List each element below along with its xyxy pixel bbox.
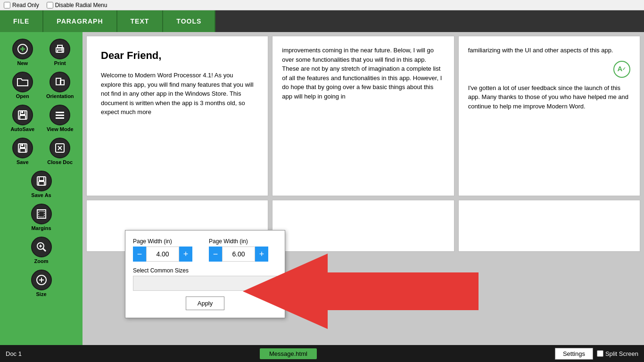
viewmode-icon bbox=[50, 105, 70, 125]
stepper2-input[interactable] bbox=[222, 247, 255, 262]
sidebar-item-new[interactable]: New bbox=[8, 39, 37, 66]
disable-radial-checkbox-label[interactable]: Disable Radial Menu bbox=[47, 2, 107, 8]
save-icon bbox=[12, 138, 33, 158]
sidebar-item-print[interactable]: Print bbox=[46, 39, 74, 66]
sidebar-row-2: Open Orientation bbox=[0, 70, 83, 101]
svg-rect-12 bbox=[21, 111, 23, 113]
sidebar-item-size[interactable]: Size bbox=[27, 270, 56, 297]
sidebar-item-orientation[interactable]: Orientation bbox=[46, 72, 74, 99]
print-label: Print bbox=[54, 60, 66, 66]
sidebar-item-zoom[interactable]: Zoom bbox=[27, 237, 56, 264]
field1-label: Page Width (in) bbox=[133, 238, 201, 245]
svg-rect-25 bbox=[39, 181, 44, 185]
zoom-label: Zoom bbox=[34, 258, 49, 264]
settings-button[interactable]: Settings bbox=[555, 348, 593, 360]
sidebar: New Print bbox=[0, 32, 83, 345]
stepper1-minus[interactable]: − bbox=[133, 247, 146, 262]
svg-point-6 bbox=[62, 49, 63, 50]
popup-field-2: Page Width (in) − + bbox=[209, 238, 277, 262]
sidebar-item-open[interactable]: Open bbox=[8, 72, 37, 99]
autosave-label: AutoSave bbox=[10, 126, 34, 132]
doc-name: Doc 1 bbox=[6, 350, 22, 357]
popup-field-1: Page Width (in) − + bbox=[133, 238, 201, 262]
sidebar-row-8: Size bbox=[0, 268, 83, 299]
menu-text[interactable]: TEXT bbox=[117, 10, 164, 32]
stepper-1: − + bbox=[133, 247, 201, 262]
sidebar-row-3: AutoSave View Mode bbox=[0, 103, 83, 134]
svg-rect-19 bbox=[21, 144, 23, 146]
svg-rect-27 bbox=[39, 211, 44, 217]
popup-panel: Page Width (in) − + Page Width (in) − + bbox=[125, 230, 285, 318]
svg-rect-15 bbox=[56, 117, 64, 119]
split-screen-checkbox[interactable] bbox=[597, 350, 603, 357]
disable-radial-label: Disable Radial Menu bbox=[55, 2, 107, 8]
split-screen-text: Split Screen bbox=[605, 350, 638, 357]
sidebar-row-4: Save Close Doc bbox=[0, 136, 83, 167]
split-screen-label[interactable]: Split Screen bbox=[597, 350, 638, 357]
apply-button[interactable]: Apply bbox=[186, 296, 225, 310]
doc-grid: Dear Friend, Welcome to Modern Word Proc… bbox=[83, 32, 644, 255]
stepper1-plus[interactable]: + bbox=[179, 247, 192, 262]
sidebar-row-7: Zoom bbox=[0, 235, 83, 266]
stepper2-plus[interactable]: + bbox=[255, 247, 268, 262]
doc-body-1[interactable]: Welcome to Modern Word Processor 4.1! As… bbox=[101, 71, 254, 117]
svg-line-29 bbox=[43, 248, 46, 251]
margins-label: Margins bbox=[31, 225, 51, 231]
spellcheck-icon: A✓ bbox=[468, 61, 630, 78]
sidebar-item-viewmode[interactable]: View Mode bbox=[46, 105, 74, 132]
common-sizes-select[interactable] bbox=[133, 276, 277, 291]
closedoc-icon bbox=[50, 138, 70, 158]
svg-rect-4 bbox=[58, 45, 62, 48]
main-layout: New Print bbox=[0, 32, 644, 345]
margins-icon bbox=[31, 204, 52, 224]
menu-file[interactable]: FILE bbox=[0, 10, 43, 32]
content-area: Dear Friend, Welcome to Modern Word Proc… bbox=[83, 32, 644, 345]
doc-page-1: Dear Friend, Welcome to Modern Word Proc… bbox=[86, 36, 268, 196]
svg-rect-5 bbox=[58, 50, 62, 52]
doc-page-2: improvements coming in the near future. … bbox=[272, 36, 454, 196]
doc-body-3b[interactable]: I've gotten a lot of user feedback since… bbox=[468, 83, 630, 111]
file-name[interactable]: Message.html bbox=[260, 348, 317, 359]
sidebar-item-autosave[interactable]: AutoSave bbox=[8, 105, 37, 132]
svg-rect-14 bbox=[56, 115, 64, 116]
readonly-label: Read Only bbox=[12, 2, 39, 8]
stepper1-input[interactable] bbox=[146, 247, 179, 262]
closedoc-label: Close Doc bbox=[47, 159, 73, 165]
bottom-right: Settings Split Screen bbox=[555, 348, 638, 360]
select-label: Select Common Sizes bbox=[133, 267, 277, 274]
disable-radial-checkbox[interactable] bbox=[47, 2, 53, 8]
sidebar-item-closedoc[interactable]: Close Doc bbox=[46, 138, 74, 165]
open-icon bbox=[12, 72, 33, 92]
svg-rect-24 bbox=[39, 177, 44, 181]
svg-rect-13 bbox=[56, 112, 64, 113]
doc-body-3a[interactable]: familiarizing with the UI and other aspe… bbox=[468, 46, 630, 55]
sidebar-row-6: Margins bbox=[0, 202, 83, 233]
viewmode-label: View Mode bbox=[47, 126, 74, 132]
sidebar-item-save[interactable]: Save bbox=[8, 138, 37, 165]
topbar: Read Only Disable Radial Menu bbox=[0, 0, 644, 10]
menu-paragraph[interactable]: PARAGRAPH bbox=[43, 10, 117, 32]
doc-body-2[interactable]: improvements coming in the near future. … bbox=[282, 46, 444, 101]
sidebar-row-1: New Print bbox=[0, 37, 83, 68]
stepper-2: − + bbox=[209, 247, 277, 262]
stepper2-minus[interactable]: − bbox=[209, 247, 222, 262]
sidebar-item-saveas[interactable]: Save As bbox=[27, 171, 56, 198]
zoom-icon bbox=[31, 237, 52, 257]
open-label: Open bbox=[16, 93, 29, 99]
readonly-checkbox-label[interactable]: Read Only bbox=[4, 2, 39, 8]
doc-page-3: familiarizing with the UI and other aspe… bbox=[458, 36, 640, 196]
orientation-label: Orientation bbox=[46, 93, 74, 99]
new-icon bbox=[12, 39, 33, 59]
apply-row: Apply bbox=[133, 296, 277, 310]
print-icon bbox=[50, 39, 70, 59]
autosave-icon bbox=[12, 105, 33, 125]
popup-fields-row: Page Width (in) − + Page Width (in) − + bbox=[133, 238, 277, 262]
sidebar-item-margins[interactable]: Margins bbox=[27, 204, 56, 231]
readonly-checkbox[interactable] bbox=[4, 2, 10, 8]
orientation-icon bbox=[50, 72, 70, 92]
menu-tools[interactable]: TOOLS bbox=[163, 10, 215, 32]
field2-label: Page Width (in) bbox=[209, 238, 277, 245]
sidebar-row-5: Save As bbox=[0, 169, 83, 200]
saveas-icon bbox=[31, 171, 52, 191]
bottombar: Doc 1 Message.html Settings Split Screen bbox=[0, 345, 644, 362]
